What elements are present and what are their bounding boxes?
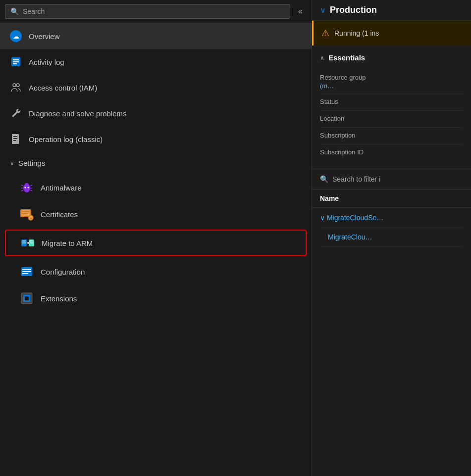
bug-icon [20, 181, 34, 194]
essentials-subscription: Subscription [320, 128, 463, 144]
sidebar-item-label: Antimalware [41, 184, 82, 192]
settings-section-header[interactable]: ∨ Settings [0, 152, 312, 174]
sidebar-item-label: Extensions [41, 294, 77, 303]
warning-icon: ⚠ [321, 28, 329, 39]
search-filter-placeholder: Search to filter i [332, 175, 380, 183]
cert-icon: ★ [20, 207, 34, 221]
search-filter-bar[interactable]: 🔍 Search to filter i [312, 169, 471, 190]
table-row-link-2[interactable]: MigrateClou… [320, 233, 372, 241]
essentials-subscription-id: Subscription ID [320, 144, 463, 161]
location-label: Location [320, 115, 463, 122]
right-panel: ∨ Production ⚠ Running (1 ins ∧ Essentia… [312, 0, 471, 476]
essentials-chevron-icon: ∧ [320, 54, 324, 61]
table-name-header: Name [320, 194, 339, 202]
svg-rect-31 [30, 242, 33, 243]
svg-rect-28 [22, 242, 26, 243]
settings-section-label: Settings [18, 159, 45, 167]
status-banner: ⚠ Running (1 ins [312, 21, 471, 46]
svg-rect-7 [13, 136, 17, 137]
search-bar: 🔍 Search « [0, 0, 312, 23]
ext-icon [20, 291, 34, 305]
sidebar-item-access-control[interactable]: Access control (IAM) [0, 75, 312, 100]
settings-chevron-icon: ∨ [10, 160, 14, 167]
sidebar-item-diagnose[interactable]: Diagnose and solve problems [0, 100, 312, 126]
sidebar-item-label: Overview [29, 32, 60, 41]
svg-rect-30 [30, 240, 33, 241]
panel-header: ∨ Production [312, 0, 471, 21]
svg-rect-9 [13, 140, 16, 141]
sidebar-item-antimalware[interactable]: Antimalware [0, 174, 312, 201]
sidebar-item-extensions[interactable]: Extensions [0, 285, 312, 312]
table-row-link-1[interactable]: ∨ MigrateCloudSe… [320, 214, 463, 222]
svg-line-12 [21, 185, 23, 186]
subscription-label: Subscription [320, 132, 463, 139]
svg-rect-35 [22, 273, 28, 274]
svg-point-19 [28, 187, 29, 189]
essentials-header[interactable]: ∧ Essentials [320, 53, 463, 62]
search-filter-input: 🔍 Search to filter i [320, 175, 380, 183]
sidebar-item-certificates[interactable]: ★ Certificates [0, 201, 312, 228]
svg-rect-1 [13, 59, 19, 60]
search-input-wrapper[interactable]: 🔍 Search [5, 4, 290, 19]
resource-group-label: Resource group [320, 74, 463, 81]
config-icon [20, 265, 34, 279]
svg-line-16 [21, 190, 23, 191]
panel-chevron-icon: ∨ [320, 5, 326, 15]
svg-rect-23 [22, 213, 27, 214]
table-row: ∨ MigrateCloudSe… [320, 208, 463, 228]
sidebar-item-label: Migrate to ARM [42, 239, 93, 247]
sidebar-item-label: Certificates [41, 210, 78, 219]
svg-text:★: ★ [29, 216, 33, 221]
sidebar-item-label: Configuration [41, 268, 85, 276]
svg-line-13 [30, 185, 32, 186]
search-filter-icon: 🔍 [320, 175, 328, 183]
sidebar-item-activity-log[interactable]: Activity log [0, 49, 312, 75]
sidebar-item-label: Activity log [29, 58, 64, 66]
svg-rect-33 [22, 269, 31, 270]
svg-point-11 [25, 183, 29, 187]
svg-point-5 [16, 84, 19, 87]
iam-icon [10, 82, 22, 94]
search-icon: 🔍 [10, 7, 19, 15]
wrench-icon [10, 107, 22, 119]
essentials-section: ∧ Essentials Resource group (m… Status L… [312, 46, 471, 169]
essentials-status: Status [320, 94, 463, 111]
svg-point-4 [13, 84, 16, 87]
svg-line-17 [30, 190, 32, 191]
panel-title: Production [330, 5, 377, 15]
sidebar-item-label: Operation log (classic) [29, 135, 103, 143]
doc-icon [10, 133, 22, 145]
svg-rect-34 [22, 271, 31, 272]
sidebar-item-operation-log[interactable]: Operation log (classic) [0, 126, 312, 152]
essentials-location: Location [320, 111, 463, 128]
svg-point-18 [25, 187, 26, 189]
svg-rect-8 [13, 138, 17, 139]
svg-rect-3 [13, 63, 17, 64]
table-body: ∨ MigrateCloudSe… MigrateClou… [312, 208, 471, 246]
sidebar-item-label: Access control (IAM) [29, 84, 97, 92]
svg-rect-38 [25, 296, 29, 300]
sidebar-item-overview[interactable]: ☁ Overview [0, 23, 312, 49]
collapse-button[interactable]: « [294, 5, 307, 18]
subscription-id-label: Subscription ID [320, 148, 463, 156]
status-text: Running (1 ins [334, 29, 379, 37]
status-label: Status [320, 98, 463, 105]
search-input-text: Search [23, 7, 45, 15]
essentials-title: Essentials [328, 53, 365, 62]
overview-icon: ☁ [10, 30, 22, 42]
activity-log-icon [10, 56, 22, 68]
sidebar: 🔍 Search « ☁ Overview Activity log [0, 0, 312, 476]
resource-group-value[interactable]: (m… [320, 82, 463, 90]
essentials-resource-group: Resource group (m… [320, 70, 463, 94]
svg-rect-27 [22, 240, 26, 241]
svg-rect-2 [13, 61, 19, 62]
table-row-sub: MigrateClou… [320, 228, 463, 246]
sidebar-item-configuration[interactable]: Configuration [0, 258, 312, 285]
migrate-icon [21, 236, 35, 250]
table-header: Name [312, 190, 471, 208]
svg-rect-22 [22, 211, 29, 212]
sidebar-item-migrate-to-arm[interactable]: Migrate to ARM [5, 230, 307, 256]
sidebar-item-label: Diagnose and solve problems [29, 109, 127, 118]
